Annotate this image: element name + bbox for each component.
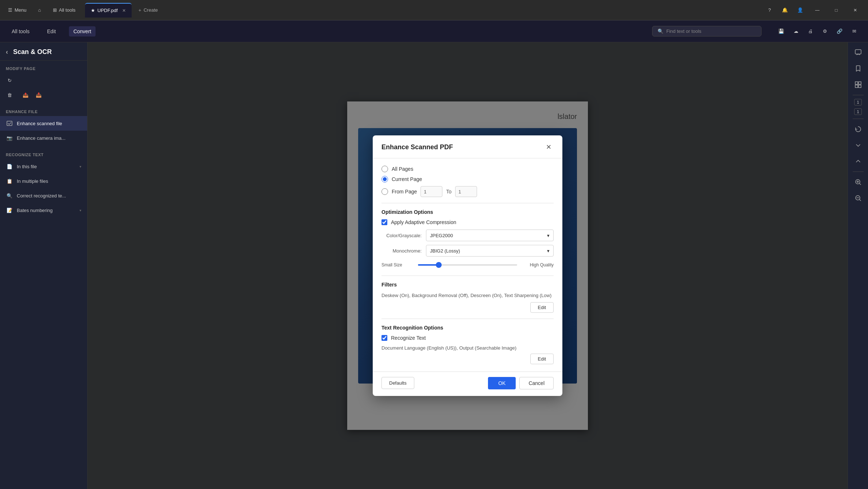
current-page-label: Current Page — [392, 176, 422, 182]
menu-button[interactable]: ☰ Menu — [4, 6, 30, 14]
camera-icon: 📷 — [6, 134, 13, 142]
minimize-button[interactable]: — — [809, 4, 826, 17]
svg-rect-1 — [855, 50, 861, 54]
home-button[interactable]: ⌂ — [33, 4, 46, 17]
home-icon: ⌂ — [38, 7, 41, 13]
divider-1 — [381, 203, 554, 203]
sidebar: ‹ Scan & OCR MODIFY PAGE ↻ 🗑 📤 📥 ENHA — [0, 42, 88, 489]
tab-updf[interactable]: ★ UPDF.pdf ✕ — [85, 3, 132, 18]
sidebar-item-insert[interactable]: 📥 — [32, 88, 45, 102]
optimization-title: Optimization Options — [381, 209, 554, 215]
bell-icon: 🔔 — [782, 7, 788, 13]
svg-rect-5 — [859, 85, 861, 88]
sidebar-back-button[interactable]: ‹ — [6, 48, 8, 56]
upload-icon: ☁ — [794, 28, 798, 34]
all-pages-radio[interactable] — [381, 166, 388, 172]
sidebar-item-extract[interactable]: 📤 — [19, 88, 32, 102]
sidebar-item-in-multiple-files[interactable]: 📋 In multiple files — [0, 174, 87, 188]
notification-button[interactable]: 🔔 — [778, 4, 791, 17]
save-icon: 💾 — [778, 28, 784, 34]
print-button[interactable]: 🖨 — [804, 25, 817, 38]
toolbar-edit[interactable]: Edit — [43, 26, 60, 36]
defaults-button[interactable]: Defaults — [381, 377, 414, 389]
profile-button[interactable]: 👤 — [794, 4, 807, 17]
sidebar-item-enhance-camera[interactable]: 📷 Enhance camera ima... — [0, 131, 87, 145]
sidebar-item-bates[interactable]: 📝 Bates numbering ▾ — [0, 203, 87, 217]
mono-value: JBIG2 (Lossy) — [430, 248, 460, 254]
link-button[interactable]: 🔗 — [833, 25, 846, 38]
ok-button[interactable]: OK — [488, 377, 516, 389]
all-tools-label: All tools — [59, 7, 76, 13]
modal-overlay: Enhance Scanned PDF ✕ All Pages — [88, 42, 848, 489]
save-button[interactable]: 💾 — [775, 25, 788, 38]
adaptive-compression-checkbox[interactable] — [381, 219, 387, 225]
close-button[interactable]: ✕ — [847, 4, 864, 17]
sidebar-item-rotate[interactable]: ↻ — [0, 73, 87, 88]
recognize-section-label: RECOGNIZE TEXT — [0, 151, 87, 159]
optimization-section: Optimization Options Apply Adaptive Comp… — [381, 209, 554, 270]
color-value: JPEG2000 — [430, 233, 453, 238]
mail-button[interactable]: ✉ — [848, 25, 861, 38]
footer-right-buttons: OK Cancel — [488, 377, 554, 389]
bates-label: Bates numbering — [17, 208, 53, 213]
rp-bookmark-icon[interactable] — [851, 61, 865, 76]
doc-lang-text: Document Language (English (US)), Output… — [381, 345, 554, 351]
current-page-radio[interactable] — [381, 176, 388, 182]
settings-button[interactable]: ⚙ — [818, 25, 832, 38]
rp-grid-icon[interactable] — [851, 77, 865, 92]
to-page-input[interactable] — [455, 186, 477, 197]
rp-divider-3 — [853, 172, 864, 172]
print-icon: 🖨 — [808, 28, 813, 34]
rp-page-badge-2: 1 — [854, 108, 861, 115]
user-icon: 👤 — [797, 7, 803, 13]
mono-label: Monochrome: — [381, 248, 422, 254]
adaptive-compression-row: Apply Adaptive Compression — [381, 219, 554, 225]
recognize-text-checkbox[interactable] — [381, 335, 387, 341]
mono-select[interactable]: JBIG2 (Lossy) ▾ — [426, 245, 554, 257]
toolbar-edit-label: Edit — [47, 28, 56, 34]
svg-rect-2 — [855, 82, 858, 84]
sidebar-item-correct-recognized[interactable]: 🔍 Correct recognized te... — [0, 188, 87, 203]
rp-refresh-icon[interactable] — [851, 122, 865, 136]
sidebar-item-delete[interactable]: 🗑 — [0, 88, 19, 102]
divider-2 — [381, 276, 554, 276]
rp-up-icon[interactable] — [851, 154, 865, 169]
text-recog-edit-button[interactable]: Edit — [530, 354, 554, 364]
toolbar-convert-label: Convert — [73, 28, 91, 34]
all-tools-button[interactable]: ⊞ All tools — [49, 6, 80, 14]
create-tab-button[interactable]: ＋ Create — [133, 5, 162, 15]
toolbar-search[interactable]: 🔍 Find text or tools — [652, 26, 762, 36]
color-option-row: Color/Grayscale: JPEG2000 ▾ — [381, 230, 554, 241]
sidebar-item-in-this-file[interactable]: 📄 In this file ▾ — [0, 159, 87, 174]
maximize-button[interactable]: □ — [828, 4, 845, 17]
content-area: lslator — [88, 42, 848, 489]
from-page-row: From Page To — [381, 186, 554, 197]
from-page-radio[interactable] — [381, 188, 388, 195]
rp-page-badge-1: 1 — [854, 99, 861, 105]
quality-small-label: Small Size — [381, 262, 414, 267]
rp-zoom-in-icon[interactable] — [851, 175, 865, 189]
tab-close-button[interactable]: ✕ — [122, 8, 126, 13]
rp-down-icon[interactable] — [851, 138, 865, 153]
sidebar-item-enhance-scanned[interactable]: Enhance scanned file — [0, 116, 87, 131]
modal-close-button[interactable]: ✕ — [543, 142, 554, 152]
rp-comment-icon[interactable] — [851, 45, 865, 60]
color-select[interactable]: JPEG2000 ▾ — [426, 230, 554, 241]
from-page-input[interactable] — [421, 186, 442, 197]
quality-slider-track — [418, 264, 517, 266]
enhance-scanned-icon — [6, 120, 13, 127]
search-icon: 🔍 — [658, 28, 663, 34]
sidebar-modify-section: MODIFY PAGE ↻ 🗑 📤 📥 — [0, 61, 87, 104]
toolbar-alltools[interactable]: All tools — [7, 26, 34, 36]
filters-edit-button[interactable]: Edit — [530, 302, 554, 313]
rp-divider-1 — [853, 95, 864, 95]
file-text-icon: 📄 — [6, 163, 13, 170]
filters-title: Filters — [381, 282, 554, 288]
help-button[interactable]: ? — [763, 4, 776, 17]
slider-thumb[interactable] — [436, 262, 442, 268]
upload-button[interactable]: ☁ — [789, 25, 802, 38]
rp-zoom-out-icon[interactable] — [851, 191, 865, 205]
modal-header: Enhance Scanned PDF ✕ — [373, 135, 562, 158]
cancel-button[interactable]: Cancel — [519, 377, 554, 389]
toolbar-convert[interactable]: Convert — [69, 26, 96, 36]
